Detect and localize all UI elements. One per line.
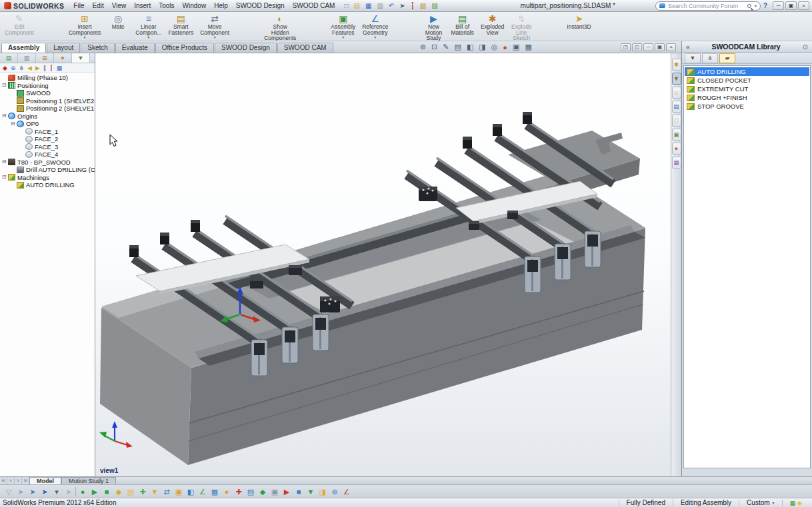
- tree-node[interactable]: SWOOD: [0, 89, 95, 97]
- command-button[interactable]: ✱ Exploded View ▾: [477, 12, 507, 41]
- tree-node[interactable]: AUTO DRILLING: [0, 181, 95, 189]
- custom-properties-icon[interactable]: ▦: [672, 157, 681, 169]
- print-icon[interactable]: ▥ ▾: [375, 2, 387, 9]
- grid-view-icon[interactable]: ▦: [57, 65, 63, 71]
- edit-appearance-icon[interactable]: ● ▾: [503, 43, 510, 51]
- separator[interactable]: [75, 487, 76, 496]
- tag-icon[interactable]: ◆: [797, 500, 802, 506]
- machine-model[interactable]: [95, 53, 671, 476]
- command-button[interactable]: ∠ Reference Geometry ▾: [359, 12, 391, 41]
- command-tab[interactable]: Evaluate: [115, 43, 155, 53]
- menu-item[interactable]: SWOOD CAM: [289, 1, 339, 10]
- first-tab-icon[interactable]: «: [0, 477, 7, 484]
- collapse-panel-icon[interactable]: «: [682, 43, 694, 51]
- community-search-box[interactable]: Search Community Forum ▾: [655, 1, 761, 11]
- command-button[interactable]: ▾: [37, 12, 65, 41]
- swood-panel-icon[interactable]: ✱: [672, 59, 681, 71]
- command-tab[interactable]: Office Products: [155, 43, 214, 53]
- configuration-selector[interactable]: Custom ▾: [739, 499, 781, 506]
- swood-cam-tool-icon[interactable]: ◆: [113, 486, 124, 497]
- swood-cam-tool-icon[interactable]: ▶: [89, 486, 100, 497]
- tree-node[interactable]: FACE_2: [0, 135, 95, 143]
- swood-cam-tool-icon[interactable]: ▶: [281, 486, 292, 497]
- vacuum-pod[interactable]: [419, 187, 437, 201]
- command-tab[interactable]: Sketch: [81, 43, 115, 53]
- tree-node[interactable]: Positioning 1 (SHELVE2-1): [0, 97, 95, 105]
- solidworks-resources-icon[interactable]: ⌂: [672, 87, 681, 99]
- select-arrow-icon[interactable]: ➤ ▾: [398, 2, 409, 9]
- milling-filter-icon[interactable]: ◆: [3, 65, 7, 71]
- command-tab[interactable]: SWOOD CAM: [277, 43, 333, 53]
- command-tab[interactable]: Assembly: [1, 43, 46, 53]
- expander-icon[interactable]: ⊟: [2, 113, 8, 119]
- command-button[interactable]: ◐ Show Hidden Components ▾: [261, 12, 299, 41]
- swood-cam-tool-icon[interactable]: ▼: [305, 486, 316, 497]
- prev-tab-icon[interactable]: ‹: [7, 477, 15, 484]
- tree-node[interactable]: ⊟ OP0: [0, 120, 95, 128]
- minimize-button[interactable]: ─: [773, 1, 784, 10]
- select-edge-icon[interactable]: ➤: [27, 486, 38, 497]
- search-dropdown-icon[interactable]: ▾: [755, 3, 757, 8]
- tree-node[interactable]: Drill AUTO DRILLING (OP0): [0, 166, 95, 174]
- swood-cam-tool-icon[interactable]: ∠: [197, 486, 208, 497]
- swood-cam-tool-icon[interactable]: ▤: [245, 486, 256, 497]
- options-icon[interactable]: ▧ ▾: [419, 2, 430, 9]
- apply-scene-icon[interactable]: ▣ ▾: [513, 43, 522, 51]
- configurationmanager-tab-icon[interactable]: ⊞: [36, 53, 54, 63]
- command-button[interactable]: ▾: [535, 12, 563, 41]
- hide-show-items-icon[interactable]: ◎ ▾: [491, 43, 501, 51]
- command-button[interactable]: ⊞ Insert Components ▾: [65, 12, 104, 41]
- command-button[interactable]: ◎ Mate ▾: [104, 12, 132, 41]
- simulation-icon[interactable]: ┇: [49, 65, 53, 71]
- document-tab[interactable]: Motion Study 1: [61, 477, 116, 484]
- help-button[interactable]: ?: [761, 2, 770, 9]
- select-tool-icon[interactable]: ➤: [39, 486, 50, 497]
- swoodcam-tab-icon[interactable]: ▼: [72, 53, 90, 63]
- command-button[interactable]: ▾: [391, 12, 419, 41]
- design-library-icon[interactable]: ▤: [672, 101, 681, 113]
- expander-icon[interactable]: ⊟: [11, 121, 17, 127]
- origins-filter-icon[interactable]: ⊕: [11, 65, 16, 71]
- filter-wand-icon[interactable]: ✎ ▾: [443, 43, 451, 51]
- swood-cam-tool-icon[interactable]: ✚: [233, 486, 244, 497]
- swood-cam-tool-icon[interactable]: ◧: [185, 486, 196, 497]
- expander-icon[interactable]: ⊟: [2, 175, 8, 180]
- section-view-icon[interactable]: ▤ ▾: [454, 43, 463, 51]
- close-button[interactable]: ×: [798, 1, 809, 10]
- swood-cam-tool-icon[interactable]: ▦: [209, 486, 220, 497]
- open-document-icon[interactable]: ▤ ▾: [352, 2, 363, 9]
- command-button[interactable]: ≡ Linear Compon... ▾: [132, 12, 165, 41]
- view-settings-icon[interactable]: ▦ ▾: [525, 43, 534, 51]
- selection-filter-icon[interactable]: ▽: [3, 486, 14, 497]
- tree-node[interactable]: Positioning 2 (SHELVE1-1): [0, 105, 95, 113]
- swood-cam-tool-icon[interactable]: ⊕: [329, 486, 340, 497]
- swood-cam-tool-icon[interactable]: ✚: [137, 486, 148, 497]
- prev-phase-icon[interactable]: ◀: [27, 65, 32, 71]
- command-button[interactable]: ▶ New Motion Study ▾: [419, 12, 447, 41]
- library-item[interactable]: EXTREMITY CUT: [685, 85, 809, 93]
- command-button[interactable]: ✎ Edit Component ▾: [1, 12, 37, 41]
- swood-cam-tool-icon[interactable]: ■: [293, 486, 304, 497]
- menu-item[interactable]: Help: [210, 1, 232, 10]
- library-item[interactable]: ROUGH +FINISH: [685, 93, 809, 102]
- swood-cam-tool-icon[interactable]: ▣: [173, 486, 184, 497]
- swood-cam-tool-icon[interactable]: ▣: [269, 486, 280, 497]
- select-vertex-icon[interactable]: ➤: [15, 486, 26, 497]
- library-tab-drill-2[interactable]: ⋔: [702, 53, 718, 63]
- menu-item[interactable]: Window: [179, 1, 211, 10]
- library-tab-machinings[interactable]: ▰: [719, 53, 735, 63]
- library-item[interactable]: AUTO DRILLING: [685, 67, 809, 76]
- viewport-restore-icon[interactable]: ▣: [655, 43, 665, 51]
- tree-node[interactable]: ⊟ Positioning: [0, 82, 95, 90]
- tree-node[interactable]: FACE_4: [0, 151, 95, 159]
- appearances-scenes-icon[interactable]: ●: [672, 143, 681, 155]
- zoom-area-icon[interactable]: ⊡ ▾: [431, 43, 440, 51]
- swood-cam-tool-icon[interactable]: ▤: [125, 486, 136, 497]
- view-palette-icon[interactable]: ▣: [672, 129, 681, 141]
- zoom-fit-icon[interactable]: ⊕ ▾: [420, 43, 429, 51]
- rebuild-traffic-light-icon[interactable]: ┇ ▾: [409, 2, 419, 9]
- sheet-status-icon[interactable]: ▦: [790, 500, 796, 506]
- tree-node[interactable]: Milling (Phase 10): [0, 74, 95, 82]
- file-explorer-icon[interactable]: □: [672, 115, 681, 127]
- command-button[interactable]: ⇄ Move Component ▾: [197, 12, 233, 41]
